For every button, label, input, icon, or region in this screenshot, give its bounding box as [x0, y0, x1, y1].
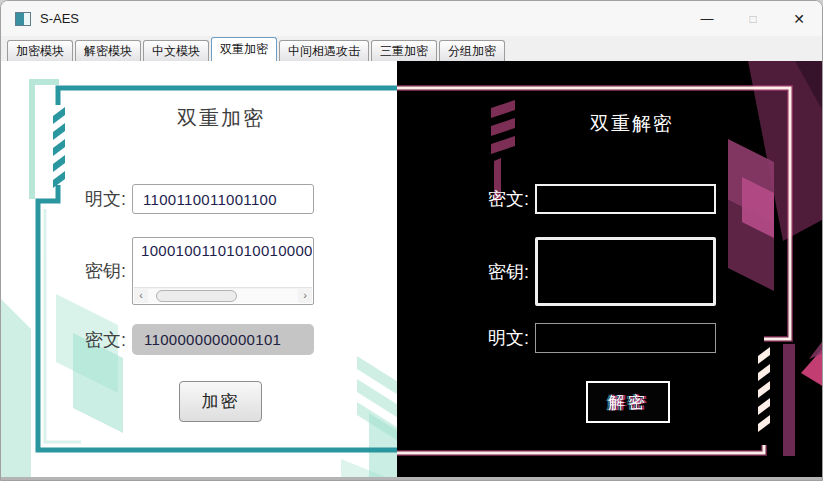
key-row: 密钥: 10001001101010010000 ‹ › — [66, 237, 314, 305]
decrypt-panel-title: 双重解密 — [442, 111, 822, 137]
decrypt-panel: 双重解密 密文: 密钥: 明文: 解密 — [397, 61, 823, 481]
ciphertext-output — [132, 324, 314, 355]
tab-bar: 加密模块 解密模块 中文模块 双重加密 中间相遇攻击 三重加密 分组加密 — [1, 36, 822, 61]
minimize-button[interactable]: — — [684, 1, 730, 36]
decrypt-ciphertext-input[interactable] — [535, 184, 716, 214]
scrollbar-thumb[interactable] — [156, 290, 237, 302]
key-label: 密钥: — [66, 259, 126, 283]
window-bottom-edge — [1, 477, 822, 480]
plaintext-row: 明文: — [66, 184, 314, 214]
scroll-left-icon[interactable]: ‹ — [134, 288, 148, 303]
decrypt-plaintext-row: 明文: — [469, 323, 716, 353]
key-horizontal-scrollbar[interactable]: ‹ › — [134, 287, 312, 303]
encrypt-panel-title: 双重加密 — [73, 105, 369, 132]
ciphertext-label: 密文: — [66, 328, 126, 352]
tab-double-encrypt[interactable]: 双重加密 — [211, 37, 277, 61]
key-value: 10001001101010010000 — [141, 242, 312, 259]
decrypt-key-input[interactable] — [535, 237, 716, 306]
title-bar: S-AES — □ ✕ — [1, 1, 822, 36]
decrypt-key-label: 密钥: — [469, 260, 529, 284]
tab-triple-encrypt[interactable]: 三重加密 — [371, 40, 437, 61]
tab-page-double-encrypt: 双重加密 明文: 密钥: 10001001101010010000 ‹ › — [1, 61, 823, 481]
tab-encrypt-module[interactable]: 加密模块 — [7, 40, 73, 61]
decrypt-button[interactable]: 解密 — [586, 381, 670, 423]
app-window: S-AES — □ ✕ 加密模块 解密模块 中文模块 双重加密 中间相遇攻击 三… — [0, 0, 823, 481]
window-title: S-AES — [40, 11, 79, 26]
encrypt-panel: 双重加密 明文: 密钥: 10001001101010010000 ‹ › — [1, 61, 397, 481]
decrypt-plaintext-label: 明文: — [469, 326, 529, 350]
encrypt-button[interactable]: 加密 — [179, 381, 262, 422]
decrypt-ciphertext-label: 密文: — [469, 187, 529, 211]
tab-mitm-attack[interactable]: 中间相遇攻击 — [279, 40, 369, 61]
plaintext-input[interactable] — [132, 184, 314, 214]
decrypt-ciphertext-row: 密文: — [469, 184, 716, 214]
key-input[interactable]: 10001001101010010000 ‹ › — [132, 237, 314, 305]
tab-block-encrypt[interactable]: 分组加密 — [439, 40, 505, 61]
app-icon — [15, 12, 31, 26]
tab-chinese-module[interactable]: 中文模块 — [143, 40, 209, 61]
decrypt-plaintext-output[interactable] — [535, 323, 716, 353]
tab-decrypt-module[interactable]: 解密模块 — [75, 40, 141, 61]
window-controls: — □ ✕ — [684, 1, 822, 36]
close-button[interactable]: ✕ — [776, 1, 822, 36]
decrypt-key-row: 密钥: — [469, 237, 716, 306]
scroll-right-icon[interactable]: › — [298, 288, 312, 303]
ciphertext-row: 密文: — [66, 324, 314, 355]
maximize-button[interactable]: □ — [730, 1, 776, 36]
plaintext-label: 明文: — [66, 187, 126, 211]
scrollbar-track[interactable] — [148, 289, 298, 303]
